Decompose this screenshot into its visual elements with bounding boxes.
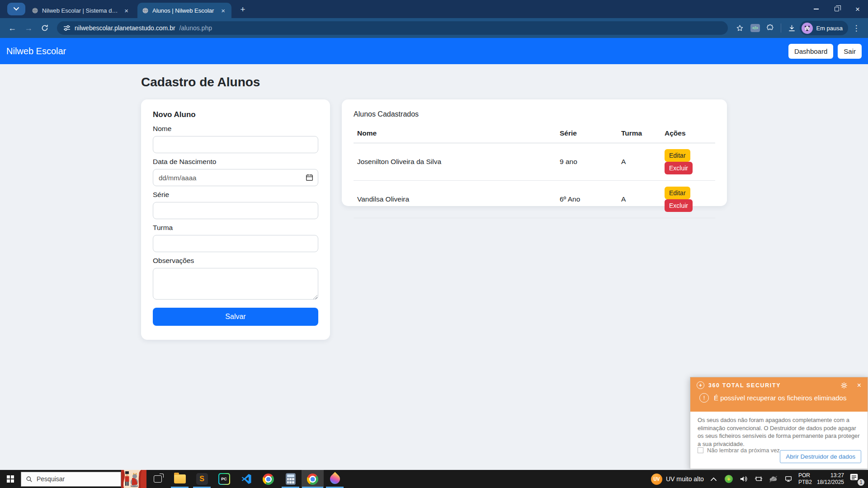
screen-cast-button[interactable] (754, 474, 764, 484)
paint-app-button[interactable] (324, 470, 346, 488)
window-close-button[interactable]: × (847, 0, 868, 18)
date-field-wrap (153, 169, 318, 186)
reload-button[interactable] (37, 20, 52, 36)
language-code: POR (798, 472, 812, 479)
chevron-up-icon (711, 477, 717, 481)
nome-label: Nome (153, 125, 318, 133)
forward-button[interactable]: → (21, 20, 36, 36)
popup-settings-button[interactable] (840, 382, 848, 389)
taskbar-search[interactable]: Pesquisar (21, 472, 121, 487)
back-button[interactable]: ← (5, 20, 20, 36)
360-logo-icon: + (697, 381, 704, 389)
profile-status-label: Em pausa (816, 25, 843, 32)
security-popup-body: Os seus dados não foram apagados complet… (690, 412, 868, 469)
vscode-button[interactable] (235, 470, 257, 488)
dashboard-button[interactable]: Dashboard (788, 44, 833, 59)
chrome-pinned-button[interactable] (257, 470, 279, 488)
gradient-drop-icon (328, 472, 342, 486)
tray-overflow-button[interactable] (709, 474, 719, 484)
nome-input[interactable] (153, 136, 318, 153)
browser-tab-bar: Nilweb Escolar | Sistema de Ges × Alunos… (0, 0, 868, 18)
notification-center-button[interactable]: 1 (849, 472, 864, 486)
observacoes-textarea[interactable] (153, 268, 318, 300)
edit-button[interactable]: Editar (665, 149, 690, 162)
dont-remind-label: Não lembrar da próxima vez (707, 447, 780, 454)
360-security-tray-button[interactable] (724, 474, 734, 484)
profile-avatar (802, 23, 813, 34)
close-icon: × (855, 5, 860, 13)
pycharm-button[interactable]: PC (213, 470, 235, 488)
downloads-button[interactable] (784, 21, 799, 35)
window-controls: × (806, 0, 868, 18)
url-path: /alunos.php (179, 24, 212, 32)
site-nav-actions: Dashboard Sair (788, 44, 862, 59)
language-indicator[interactable]: POR PTB2 (798, 472, 812, 486)
taskview-button[interactable] (146, 470, 169, 488)
logout-button[interactable]: Sair (838, 44, 862, 59)
code-extension-button[interactable]: </> (748, 21, 762, 35)
vscode-icon (241, 474, 252, 484)
delete-button[interactable]: Excluir (665, 199, 693, 212)
sublime-text-button[interactable]: S (191, 470, 213, 488)
security-popup: + 360 TOTAL SECURITY × ! É possível recu… (690, 377, 868, 469)
col-acoes: Ações (661, 126, 715, 143)
popup-close-button[interactable]: × (857, 382, 861, 389)
chrome-active-button[interactable] (302, 470, 324, 488)
profile-chip[interactable]: Em pausa (800, 21, 848, 35)
download-icon (788, 24, 796, 32)
tab-nilweb-dashboard[interactable]: Nilweb Escolar | Sistema de Ges × (27, 3, 135, 18)
file-explorer-button[interactable] (169, 470, 191, 488)
keyboard-layout: PTB2 (798, 479, 812, 486)
serie-input[interactable] (153, 202, 318, 219)
windows-logo-icon (7, 475, 14, 483)
calculator-button[interactable] (279, 470, 302, 488)
start-button[interactable] (0, 470, 21, 488)
address-bar[interactable]: nilwebescolar.planetaestudo.com.br/aluno… (57, 21, 728, 35)
system-tray: UV UV muito alto POR PTB2 (651, 472, 868, 486)
extensions-button[interactable] (763, 21, 778, 35)
student-turma: A (618, 181, 661, 218)
new-tab-button[interactable]: + (237, 4, 249, 15)
dont-remind-checkbox[interactable] (698, 447, 703, 453)
nascimento-input[interactable] (153, 169, 318, 186)
volume-button[interactable] (739, 474, 749, 484)
popup-check-row: Não lembrar da próxima vez (698, 447, 780, 454)
globe-favicon-icon (142, 7, 149, 14)
popup-brand-row: + 360 TOTAL SECURITY × (697, 381, 861, 389)
onedrive-status-button[interactable] (769, 474, 778, 484)
open-data-shredder-button[interactable]: Abrir Destruidor de dados (780, 450, 861, 463)
popup-brand-text: 360 TOTAL SECURITY (708, 382, 836, 389)
tab-close-icon[interactable]: × (123, 6, 130, 15)
window-restore-button[interactable] (826, 0, 847, 18)
screen-cast-icon (755, 475, 763, 483)
search-icon (26, 476, 33, 483)
site-brand[interactable]: Nilweb Escolar (6, 46, 66, 56)
gear-icon (840, 382, 848, 389)
save-button[interactable]: Salvar (153, 308, 318, 326)
tab-title: Alunos | Nilweb Escolar (152, 7, 216, 14)
taskbar: Pesquisar S PC (0, 470, 868, 488)
security-popup-header: + 360 TOTAL SECURITY × ! É possível recu… (690, 377, 868, 412)
tab-search-button[interactable] (7, 3, 25, 15)
clock[interactable]: 13:27 18/12/2025 (817, 472, 844, 486)
chevron-down-icon (14, 7, 19, 11)
browser-menu-button[interactable]: ⋮ (849, 21, 863, 35)
window-minimize-button[interactable] (806, 0, 826, 18)
360-security-icon (725, 475, 733, 483)
ethernet-icon (784, 475, 793, 483)
calendar-icon[interactable] (306, 174, 313, 181)
students-table: Nome Série Turma Ações Josenilton Olivei… (354, 126, 715, 218)
textarea-resize-grip[interactable] (313, 295, 317, 299)
star-icon (736, 24, 744, 32)
tab-alunos-active[interactable]: Alunos | Nilweb Escolar × (137, 3, 231, 18)
uv-index-widget[interactable]: UV UV muito alto (651, 474, 704, 485)
edit-button[interactable]: Editar (665, 187, 690, 199)
col-serie: Série (556, 126, 618, 143)
tab-close-icon[interactable]: × (219, 6, 227, 15)
turma-input[interactable] (153, 235, 318, 252)
search-highlight-widget[interactable] (121, 470, 146, 488)
network-button[interactable] (783, 474, 793, 484)
delete-button[interactable]: Excluir (665, 162, 693, 174)
table-row: Josenilton Oliveira da Silva 9 ano A Edi… (354, 143, 715, 181)
bookmark-star-button[interactable] (732, 21, 747, 35)
